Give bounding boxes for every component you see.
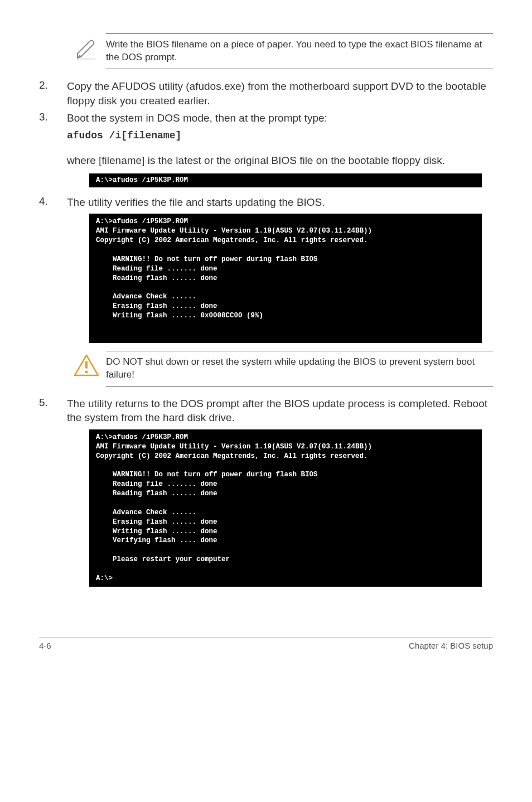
step-text: Copy the AFUDOS utility (afudos.exe) fro… (67, 79, 493, 108)
terminal-output-3: A:\>afudos /iP5K3P.ROM AMI Firmware Upda… (89, 429, 482, 587)
note-box: Write the BIOS filename on a piece of pa… (67, 33, 493, 69)
step-number: 2. (39, 79, 67, 108)
warning-text: DO NOT shut down or reset the system whi… (106, 351, 493, 386)
step-2: 2. Copy the AFUDOS utility (afudos.exe) … (39, 79, 493, 108)
step-number: 3. (39, 111, 67, 148)
warning-box: DO NOT shut down or reset the system whi… (67, 351, 493, 386)
pencil-icon (67, 33, 106, 61)
svg-rect-1 (85, 361, 88, 369)
step-5: 5. The utility returns to the DOS prompt… (39, 397, 493, 425)
step-3-note: where [filename] is the latest or the or… (67, 153, 493, 168)
step-text: Boot the system in DOS mode, then at the… (67, 111, 493, 125)
page-number: 4-6 (39, 641, 51, 650)
step-4: 4. The utility verifies the file and sta… (39, 195, 493, 210)
step-text: The utility verifies the file and starts… (67, 195, 493, 210)
step-number: 5. (39, 397, 67, 425)
chapter-label: Chapter 4: BIOS setup (409, 641, 493, 650)
svg-point-2 (85, 370, 88, 373)
command-text: afudos /i[filename] (67, 129, 493, 142)
terminal-output-2: A:\>afudos /iP5K3P.ROM AMI Firmware Upda… (89, 214, 482, 342)
terminal-output-1: A:\>afudos /iP5K3P.ROM (89, 173, 482, 187)
page-footer: 4-6 Chapter 4: BIOS setup (39, 637, 493, 650)
note-text: Write the BIOS filename on a piece of pa… (106, 33, 493, 69)
step-3: 3. Boot the system in DOS mode, then at … (39, 111, 493, 148)
warning-icon (67, 351, 106, 376)
svg-point-0 (76, 58, 96, 60)
step-number: 4. (39, 195, 67, 210)
step-text: The utility returns to the DOS prompt af… (67, 397, 493, 425)
